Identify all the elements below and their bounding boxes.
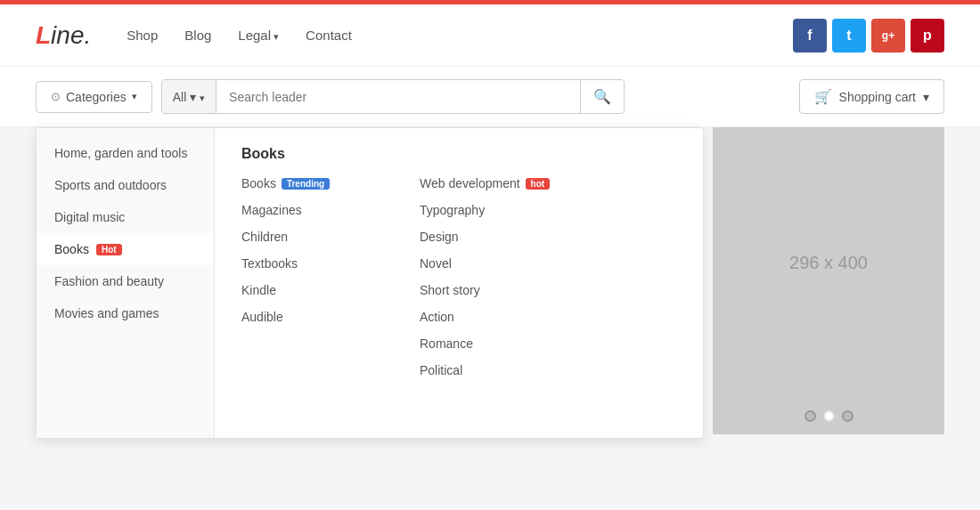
header: Line. Shop Blog Legal Contact f t g+ p [0, 4, 980, 67]
link-kindle[interactable]: Kindle [241, 283, 366, 297]
menu-item-books[interactable]: Books Hot [37, 233, 214, 265]
carousel-dot-3[interactable] [842, 410, 853, 422]
link-design[interactable]: Design [420, 230, 562, 244]
nav-legal[interactable]: Legal [238, 28, 279, 43]
menu-item-sports[interactable]: Sports and outdoors [37, 169, 214, 201]
menu-col-1: Books Trending Magazines Children Textbo… [241, 176, 366, 377]
google-plus-button[interactable]: g+ [871, 19, 905, 53]
link-children[interactable]: Children [241, 230, 366, 244]
categories-icon: ⊙ [51, 90, 61, 103]
nav-contact[interactable]: Contact [306, 28, 352, 43]
search-row: ⊙ Categories All ▾ 🔍 🛒 Shopping cart ▾ [0, 67, 980, 127]
menu-item-fashion[interactable]: Fashion and beauty [37, 265, 214, 297]
facebook-icon: f [807, 28, 812, 44]
menu-item-movies[interactable]: Movies and games [37, 297, 214, 329]
social-buttons: f t g+ p [793, 19, 944, 53]
twitter-button[interactable]: t [832, 19, 866, 53]
categories-label: Categories [66, 90, 127, 104]
search-bar: All ▾ 🔍 [161, 79, 625, 114]
categories-button[interactable]: ⊙ Categories [36, 81, 152, 113]
menu-right-title: Books [241, 146, 676, 162]
menu-item-digital-music[interactable]: Digital music [37, 201, 214, 233]
main-nav: Shop Blog Legal Contact [127, 28, 793, 43]
cart-label: Shopping cart [839, 90, 916, 104]
link-web-development[interactable]: Web development hot [420, 176, 562, 190]
cart-dropdown-icon: ▾ [923, 90, 929, 104]
menu-item-home-garden[interactable]: Home, garden and tools [37, 137, 214, 169]
link-novel[interactable]: Novel [420, 256, 562, 271]
link-romance[interactable]: Romance [420, 336, 562, 351]
menu-left: Home, garden and tools Sports and outdoo… [37, 128, 215, 438]
nav-blog[interactable]: Blog [184, 28, 211, 43]
carousel-dot-1[interactable] [804, 410, 816, 422]
link-books[interactable]: Books Trending [241, 176, 366, 190]
logo[interactable]: Line. [36, 21, 91, 50]
link-magazines[interactable]: Magazines [241, 203, 366, 217]
all-label: All [173, 90, 187, 104]
menu-right: Books Books Trending Magazines Children … [215, 128, 703, 438]
hero-placeholder: 296 x 400 [713, 127, 944, 398]
cart-icon: 🛒 [814, 88, 832, 105]
link-political[interactable]: Political [420, 363, 562, 377]
mega-menu: Home, garden and tools Sports and outdoo… [36, 127, 704, 439]
twitter-icon: t [846, 28, 851, 44]
all-filter-button[interactable]: All ▾ [162, 80, 216, 113]
hero-area: 296 x 400 [713, 127, 944, 434]
link-audible[interactable]: Audible [241, 310, 366, 324]
books-hot-badge: Hot [96, 244, 122, 255]
search-submit-button[interactable]: 🔍 [580, 80, 624, 113]
search-input[interactable] [216, 80, 580, 113]
hot-badge-web: hot [526, 178, 551, 190]
main-content: Home, garden and tools Sports and outdoo… [0, 127, 980, 448]
trending-badge: Trending [282, 178, 330, 190]
link-action[interactable]: Action [420, 310, 562, 324]
menu-col-2: Web development hot Typography Design No… [420, 176, 562, 377]
google-plus-icon: g+ [882, 29, 894, 42]
hero-size-label: 296 x 400 [789, 253, 868, 273]
pinterest-button[interactable]: p [911, 19, 944, 53]
pinterest-icon: p [923, 28, 932, 44]
link-typography[interactable]: Typography [420, 203, 562, 217]
carousel-dots [804, 398, 853, 434]
search-icon: 🔍 [593, 89, 611, 104]
carousel-dot-2[interactable] [823, 410, 835, 422]
link-textbooks[interactable]: Textbooks [241, 256, 366, 271]
nav-shop[interactable]: Shop [127, 28, 158, 43]
facebook-button[interactable]: f [793, 19, 827, 53]
link-short-story[interactable]: Short story [420, 283, 562, 297]
cart-button[interactable]: 🛒 Shopping cart ▾ [799, 79, 944, 114]
menu-columns: Books Trending Magazines Children Textbo… [241, 176, 676, 377]
